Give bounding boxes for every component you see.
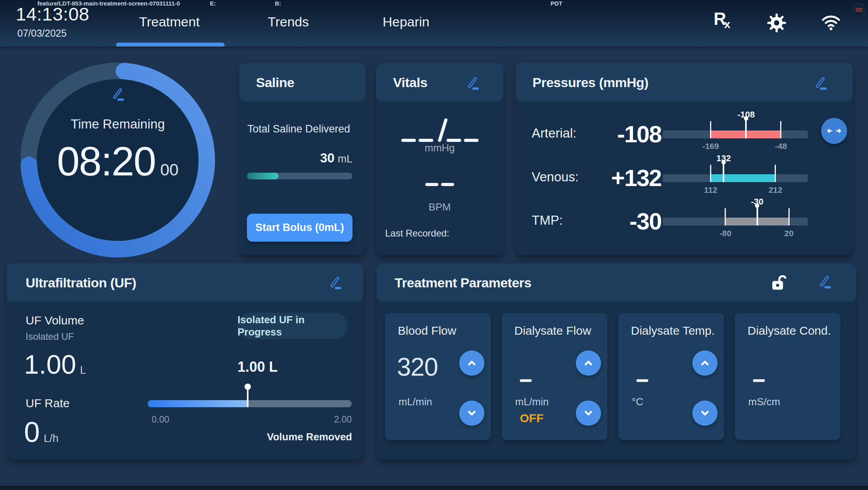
dialysate-temp-empty-value bbox=[636, 379, 648, 382]
clock-date: 07/03/2025 bbox=[17, 28, 67, 39]
chevron-up-icon bbox=[582, 356, 595, 370]
active-tab-indicator bbox=[116, 43, 224, 47]
last-recorded-label: Last Recorded: bbox=[385, 228, 449, 239]
param-blood-flow: Blood Flow 320 mL/min bbox=[385, 313, 491, 440]
edit-time-icon[interactable] bbox=[111, 87, 126, 102]
edit-treatment-params-icon[interactable] bbox=[818, 274, 833, 290]
chevron-up-icon bbox=[465, 356, 479, 370]
unlock-icon[interactable] bbox=[769, 273, 788, 292]
uf-slider-max-label: 2.00 bbox=[334, 414, 352, 425]
top-bar: feature/LDT-853-main-treatment-screen-07… bbox=[0, 0, 868, 47]
treatment-params-title: Treatment Parameters bbox=[395, 275, 531, 291]
dialysate-temp-decrease-button[interactable] bbox=[692, 401, 718, 426]
chevron-down-icon bbox=[465, 406, 479, 420]
uf-slider-value-label: 1.00 L bbox=[237, 359, 278, 375]
saline-card: Saline Total Saline Delivered 30 mL Star… bbox=[239, 63, 365, 255]
tab-trends[interactable]: Trends bbox=[268, 14, 309, 30]
gear-icon[interactable] bbox=[766, 13, 787, 33]
saline-amount: 30 mL bbox=[320, 151, 352, 166]
wifi-icon[interactable] bbox=[820, 11, 842, 33]
time-remaining-hhmm: 08:20 bbox=[57, 139, 156, 184]
start-bolus-button[interactable]: Start Bolus (0mL) bbox=[247, 214, 352, 242]
edit-pressures-icon[interactable] bbox=[813, 76, 829, 91]
debug-label-e: E: bbox=[210, 0, 216, 7]
uf-slider-fill bbox=[148, 400, 248, 407]
venous-alarm-range bbox=[710, 174, 775, 182]
dialysate-flow-increase-button[interactable] bbox=[576, 350, 601, 376]
uf-volume-slider[interactable] bbox=[148, 400, 352, 407]
sd-status-badge: SD bbox=[852, 3, 866, 17]
tab-treatment[interactable]: Treatment bbox=[139, 14, 200, 30]
vitals-title: Vitals bbox=[393, 75, 427, 90]
param-dialysate-flow: Dialysate Flow mL/min OFF bbox=[502, 313, 607, 440]
hr-placeholder-graphic bbox=[376, 183, 503, 186]
dialysate-flow-decrease-button[interactable] bbox=[576, 401, 601, 426]
uf-slider-min-label: 0.00 bbox=[152, 414, 169, 425]
time-remaining-value: 08:20 00 bbox=[31, 139, 204, 184]
edit-vitals-icon[interactable] bbox=[466, 76, 481, 91]
tmp-value: -30 bbox=[527, 204, 661, 239]
uf-rate-value: 0 bbox=[24, 418, 40, 446]
uf-card: Ultrafiltration (UF) UF Volume Isolated … bbox=[7, 263, 363, 459]
pressures-title: Pressures (mmHg) bbox=[532, 75, 648, 90]
blood-flow-decrease-button[interactable] bbox=[459, 401, 484, 426]
uf-rate-value-row: 0 L/h bbox=[24, 418, 59, 446]
pressures-card: Pressures (mmHg) Arterial: -108 -108 -16… bbox=[516, 63, 853, 255]
uf-volume-value: 1.00 bbox=[24, 351, 76, 378]
tab-heparin[interactable]: Heparin bbox=[382, 14, 429, 30]
saline-amount-value: 30 bbox=[320, 151, 335, 166]
treatment-params-card: Treatment Parameters Blood Flow 320 mL/m… bbox=[377, 263, 856, 459]
uf-volume-label: UF Volume bbox=[26, 314, 84, 327]
isolated-uf-badge: Isolated UF in Progress bbox=[237, 313, 347, 339]
bp-placeholder-graphic bbox=[376, 114, 503, 142]
venous-value: +132 bbox=[527, 160, 661, 196]
screen-bottom-edge bbox=[0, 486, 868, 490]
saline-amount-unit: mL bbox=[338, 153, 352, 165]
dialysate-flow-status: OFF bbox=[520, 412, 543, 425]
chevron-down-icon bbox=[698, 406, 712, 420]
saline-title: Saline bbox=[256, 75, 294, 90]
dialysate-temp-increase-button[interactable] bbox=[692, 350, 718, 376]
uf-rate-unit: L/h bbox=[44, 432, 59, 445]
param-dialysate-cond: Dialysate Cond. mS/cm bbox=[735, 313, 840, 440]
uf-volume-value-row: 1.00 L bbox=[24, 351, 86, 378]
bp-unit-label: mmHg bbox=[376, 142, 503, 154]
arterial-value: -108 bbox=[527, 117, 661, 152]
uf-mode-label: Isolated UF bbox=[26, 331, 74, 342]
clock-time: 14:13:08 bbox=[16, 3, 89, 25]
hr-unit-label: BPM bbox=[376, 201, 503, 213]
timezone-label: PDT bbox=[551, 0, 562, 7]
time-remaining-label: Time Remaining bbox=[55, 117, 181, 132]
bp-slash bbox=[438, 118, 448, 142]
uf-rate-label: UF Rate bbox=[26, 397, 70, 410]
treatment-screen: feature/LDT-853-main-treatment-screen-07… bbox=[0, 0, 868, 490]
uf-title: Ultrafiltration (UF) bbox=[26, 275, 136, 291]
left-right-arrows-icon bbox=[825, 126, 843, 136]
dialysate-cond-empty-value bbox=[753, 379, 765, 382]
uf-volume-unit: L bbox=[80, 364, 86, 376]
chevron-up-icon bbox=[698, 356, 712, 370]
blood-flow-increase-button[interactable] bbox=[459, 350, 484, 376]
blood-flow-value: 320 bbox=[397, 352, 438, 382]
debug-label-b: B: bbox=[275, 0, 281, 7]
tmp-gauge: -30 -80 20 bbox=[663, 198, 808, 249]
saline-progress-fill bbox=[247, 173, 278, 179]
vitals-card: Vitals mmHg BPM Last Recorded: bbox=[376, 63, 503, 255]
time-remaining-seconds: 00 bbox=[160, 160, 179, 179]
prescription-rx-icon[interactable]: Rx bbox=[714, 10, 730, 30]
adjust-range-button[interactable] bbox=[821, 118, 847, 144]
param-dialysate-temp: Dialysate Temp. °C bbox=[618, 313, 724, 440]
volume-removed-label: Volume Removed bbox=[267, 431, 352, 443]
total-saline-label: Total Saline Delivered bbox=[247, 123, 350, 135]
chevron-down-icon bbox=[582, 406, 595, 420]
edit-uf-icon[interactable] bbox=[328, 275, 344, 291]
dialysate-flow-empty-value bbox=[520, 379, 532, 382]
saline-progress-bar bbox=[247, 173, 352, 179]
